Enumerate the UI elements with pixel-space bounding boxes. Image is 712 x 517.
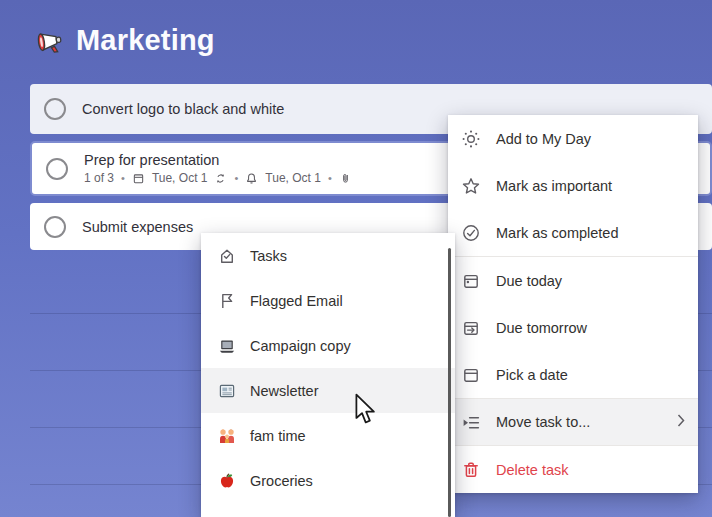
page-title: Marketing	[76, 24, 215, 57]
newspaper-icon	[217, 381, 237, 401]
move-task-submenu: Tasks Flagged Email Campaign copy	[201, 233, 455, 517]
submenu-item-label: Tasks	[250, 248, 287, 264]
chevron-right-icon	[677, 414, 685, 431]
calendar-today-icon	[461, 271, 481, 291]
menu-item-label: Mark as completed	[496, 225, 619, 241]
menu-item-label: Pick a date	[496, 367, 568, 383]
menu-item-due-today[interactable]: Due today	[448, 257, 698, 304]
menu-item-mark-important[interactable]: Mark as important	[448, 162, 698, 209]
menu-item-label: Due tomorrow	[496, 320, 587, 336]
apple-icon	[217, 471, 237, 491]
menu-item-label: Due today	[496, 273, 562, 289]
home-check-icon	[217, 246, 237, 266]
complete-task-circle[interactable]	[46, 158, 68, 180]
menu-item-label: Mark as important	[496, 178, 612, 194]
submenu-item-label: Campaign copy	[250, 338, 351, 354]
attachment-paperclip-icon	[339, 172, 352, 185]
calendar-icon	[461, 365, 481, 385]
submenu-item-label: Groceries	[250, 473, 313, 489]
calendar-icon	[132, 172, 145, 185]
task-context-menu: Add to My Day Mark as important Mark as …	[448, 115, 698, 493]
move-list-icon	[461, 412, 481, 432]
flag-icon	[217, 291, 237, 311]
laptop-icon	[217, 336, 237, 356]
submenu-scrollbar[interactable]	[448, 248, 451, 517]
trash-icon	[461, 460, 481, 480]
task-title: Submit expenses	[82, 219, 193, 235]
menu-item-label: Move task to...	[496, 414, 590, 430]
megaphone-icon	[36, 27, 64, 55]
complete-task-circle[interactable]	[44, 98, 66, 120]
list-header: Marketing	[36, 24, 215, 57]
menu-item-due-tomorrow[interactable]: Due tomorrow	[448, 304, 698, 351]
recurrence-icon	[214, 172, 227, 185]
mouse-cursor	[352, 393, 380, 429]
submenu-item-flagged-email[interactable]: Flagged Email	[201, 278, 455, 323]
submenu-item-campaign-copy[interactable]: Campaign copy	[201, 323, 455, 368]
menu-item-add-to-my-day[interactable]: Add to My Day	[448, 115, 698, 162]
submenu-item-tasks[interactable]: Tasks	[201, 233, 455, 278]
menu-item-label: Add to My Day	[496, 131, 591, 147]
calendar-tomorrow-icon	[461, 318, 481, 338]
due-date: Tue, Oct 1	[152, 171, 208, 185]
menu-item-delete-task[interactable]: Delete task	[448, 446, 698, 493]
complete-task-circle[interactable]	[44, 216, 66, 238]
task-title: Prep for presentation	[84, 152, 352, 168]
check-circle-icon	[461, 223, 481, 243]
family-icon	[217, 426, 237, 446]
menu-item-label: Delete task	[496, 462, 569, 478]
menu-item-pick-a-date[interactable]: Pick a date	[448, 351, 698, 398]
task-title: Convert logo to black and white	[82, 101, 284, 117]
reminder-date: Tue, Oct 1	[265, 171, 321, 185]
submenu-item-label: Flagged Email	[250, 293, 343, 309]
submenu-item-fam-time[interactable]: fam time	[201, 413, 455, 458]
submenu-item-label: Newsletter	[250, 383, 319, 399]
menu-item-mark-completed[interactable]: Mark as completed	[448, 209, 698, 256]
sun-icon	[461, 129, 481, 149]
task-metadata: 1 of 3 • Tue, Oct 1 •	[84, 171, 352, 185]
star-icon	[461, 176, 481, 196]
reminder-bell-icon	[245, 172, 258, 185]
menu-item-move-task-to[interactable]: Move task to...	[448, 399, 698, 445]
steps-count: 1 of 3	[84, 171, 114, 185]
submenu-item-label: fam time	[250, 428, 306, 444]
submenu-item-groceries[interactable]: Groceries	[201, 458, 455, 503]
submenu-item-newsletter[interactable]: Newsletter	[201, 368, 455, 413]
